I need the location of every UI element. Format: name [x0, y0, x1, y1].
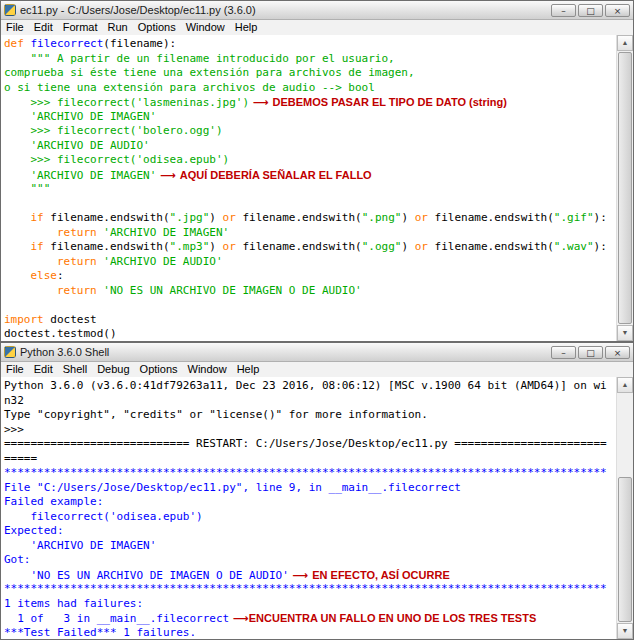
text-segment: import: [4, 313, 44, 326]
scroll-up-icon[interactable]: ▲: [617, 35, 633, 51]
text-line: o si tiene una extensión para archivos d…: [4, 81, 616, 96]
text-segment: ): [209, 240, 222, 253]
editor-titlebar[interactable]: ec11.py - C:/Users/Jose/Desktop/ec11.py …: [1, 1, 633, 20]
text-segment: 1 items had failures:: [4, 597, 143, 610]
text-segment: Expected:: [4, 524, 64, 537]
minimize-button[interactable]: –: [551, 346, 576, 359]
text-segment: def: [4, 37, 31, 50]
text-segment: 'ARCHIVO DE IMAGEN': [4, 539, 156, 552]
text-segment: comprueba si éste tiene una extensión pa…: [4, 66, 415, 79]
text-segment: Python 3.6.0 (v3.6.0:41df79263a11, Dec 2…: [4, 379, 607, 392]
text-line: Expected:: [4, 524, 616, 539]
menu-item-options[interactable]: Options: [133, 20, 181, 35]
text-segment: filename.endswith(: [44, 240, 170, 253]
menu-item-run[interactable]: Run: [103, 20, 133, 35]
text-line: def filecorrect(filename):: [4, 37, 616, 52]
text-line: Failed example:: [4, 495, 616, 510]
shell-scrollbar[interactable]: ▲ ▼: [616, 377, 633, 639]
text-segment: 1 of 3 in __main__.filecorrect: [4, 612, 229, 625]
menu-item-shell[interactable]: Shell: [58, 362, 92, 377]
text-segment: [4, 269, 31, 282]
menu-item-format[interactable]: Format: [58, 20, 103, 35]
editor-scrollbar-thumb[interactable]: [618, 52, 632, 324]
shell-output-area[interactable]: Python 3.6.0 (v3.6.0:41df79263a11, Dec 2…: [1, 377, 616, 639]
text-segment: [4, 255, 57, 268]
menu-item-file[interactable]: File: [1, 362, 29, 377]
text-line: import doctest: [4, 313, 616, 328]
text-segment: or: [223, 211, 236, 224]
text-line: Type "copyright", "credits" or "license(…: [4, 408, 616, 423]
text-segment: filename.endswith(: [236, 211, 362, 224]
text-line: 'ARCHIVO DE AUDIO': [4, 139, 616, 154]
menu-item-window[interactable]: Window: [183, 362, 232, 377]
scroll-up-icon[interactable]: ▲: [617, 377, 633, 393]
text-segment: ".png": [362, 211, 402, 224]
text-segment: 'NO ES UN ARCHIVO DE IMAGEN O DE AUDIO': [103, 284, 361, 297]
text-segment: return: [57, 284, 97, 297]
text-segment: 'ARCHIVO DE IMAGEN': [4, 169, 156, 182]
minimize-button[interactable]: –: [551, 4, 576, 17]
shell-titlebar[interactable]: Python 3.6.0 Shell – □ ×: [1, 343, 633, 362]
text-segment: if: [31, 240, 44, 253]
text-segment: Failed example:: [4, 495, 103, 508]
text-segment: o si tiene una extensión para archivos d…: [4, 81, 375, 94]
menu-item-edit[interactable]: Edit: [29, 20, 58, 35]
text-line: 1 of 3 in __main__.filecorrect ⟶ENCUENTR…: [4, 611, 616, 626]
text-line: """ A partir de un filename introducido …: [4, 52, 616, 67]
text-line: return 'NO ES UN ARCHIVO DE IMAGEN O DE …: [4, 284, 616, 299]
text-line: File "C:/Users/Jose/Desktop/ec11.py", li…: [4, 481, 616, 496]
close-button[interactable]: ×: [605, 346, 630, 359]
text-line: 'NO ES UN ARCHIVO DE IMAGEN O DE AUDIO' …: [4, 568, 616, 583]
menu-item-help[interactable]: Help: [232, 362, 265, 377]
text-segment: ):: [594, 211, 607, 224]
shell-window-title: Python 3.6.0 Shell: [20, 346, 547, 358]
text-segment: 'ARCHIVO DE AUDIO': [4, 139, 150, 152]
text-segment: n32: [4, 394, 24, 407]
text-segment: [4, 284, 57, 297]
editor-scrollbar[interactable]: ▲ ▼: [616, 35, 633, 341]
text-line: >>>: [4, 423, 616, 438]
text-line: =====: [4, 452, 616, 467]
text-segment: return: [57, 226, 97, 239]
editor-menubar: FileEditFormatRunOptionsWindowHelp: [1, 20, 633, 36]
text-segment: ):: [594, 240, 607, 253]
maximize-button[interactable]: □: [578, 4, 603, 17]
annotation-arrow-icon: ⟶: [289, 569, 312, 582]
text-line: 1 items had failures:: [4, 597, 616, 612]
text-line: 'ARCHIVO DE IMAGEN': [4, 539, 616, 554]
annotation-arrow-icon: ⟶: [229, 612, 249, 625]
text-segment: filename.endswith(: [44, 211, 170, 224]
text-line: [4, 197, 616, 212]
shell-scrollbar-thumb[interactable]: [618, 477, 632, 622]
menu-item-file[interactable]: File: [1, 20, 29, 35]
text-line: if filename.endswith(".mp3") or filename…: [4, 240, 616, 255]
menu-item-window[interactable]: Window: [181, 20, 230, 35]
shell-text-region: Python 3.6.0 (v3.6.0:41df79263a11, Dec 2…: [1, 377, 633, 639]
maximize-button[interactable]: □: [578, 346, 603, 359]
menu-item-edit[interactable]: Edit: [29, 362, 58, 377]
text-segment: ): [209, 211, 222, 224]
editor-code-area[interactable]: def filecorrect(filename): """ A partir …: [1, 35, 616, 341]
text-line: ============================ RESTART: C:…: [4, 437, 616, 452]
text-segment: ****************************************…: [4, 466, 607, 479]
menu-item-help[interactable]: Help: [230, 20, 263, 35]
text-segment: filename.endswith(: [428, 240, 554, 253]
text-segment: 'ARCHIVO DE IMAGEN': [103, 226, 229, 239]
scroll-down-icon[interactable]: ▼: [617, 623, 633, 639]
editor-text-region: def filecorrect(filename): """ A partir …: [1, 35, 633, 341]
menu-item-debug[interactable]: Debug: [92, 362, 134, 377]
text-segment: [4, 211, 31, 224]
text-segment: >>>: [4, 423, 31, 436]
text-segment: ****************************************…: [4, 582, 607, 595]
shell-window-controls: – □ ×: [551, 346, 630, 359]
text-line: return 'ARCHIVO DE AUDIO': [4, 255, 616, 270]
text-segment: ".ogg": [362, 240, 402, 253]
text-line: ****************************************…: [4, 466, 616, 481]
menu-item-options[interactable]: Options: [135, 362, 183, 377]
text-segment: filecorrect('odisea.epub'): [4, 510, 203, 523]
text-line: """: [4, 182, 616, 197]
close-button[interactable]: ×: [605, 4, 630, 17]
text-segment: if: [31, 211, 44, 224]
scroll-down-icon[interactable]: ▼: [617, 325, 633, 341]
editor-window: ec11.py - C:/Users/Jose/Desktop/ec11.py …: [0, 0, 634, 342]
